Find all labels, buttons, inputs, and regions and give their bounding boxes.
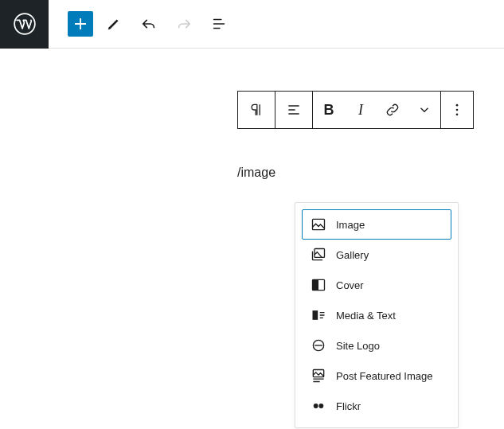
suggestion-label: Site Logo bbox=[336, 340, 380, 352]
title-area: Add title B I bbox=[237, 96, 504, 129]
suggestion-label: Gallery bbox=[336, 249, 369, 261]
more-options-icon[interactable] bbox=[441, 92, 473, 128]
block-suggestions-popover: Image Gallery Cover Media & Text Site Lo… bbox=[295, 202, 459, 428]
suggestion-flickr[interactable]: Flickr bbox=[302, 391, 451, 421]
cover-icon bbox=[311, 277, 326, 293]
align-icon[interactable] bbox=[275, 92, 312, 128]
image-icon bbox=[311, 216, 326, 232]
featured-image-icon bbox=[311, 368, 326, 384]
suggestion-gallery[interactable]: Gallery bbox=[302, 240, 451, 270]
suggestion-label: Image bbox=[336, 219, 365, 231]
chevron-down-icon[interactable] bbox=[408, 92, 440, 128]
wordpress-logo[interactable] bbox=[0, 0, 49, 49]
svg-point-3 bbox=[456, 114, 459, 116]
undo-icon[interactable] bbox=[135, 10, 163, 38]
suggestion-cover[interactable]: Cover bbox=[302, 270, 451, 300]
italic-button[interactable]: I bbox=[345, 92, 377, 128]
suggestion-image[interactable]: Image bbox=[302, 209, 451, 240]
suggestion-media-text[interactable]: Media & Text bbox=[302, 300, 451, 330]
editor-canvas: Add title B I bbox=[0, 49, 504, 180]
document-outline-icon[interactable] bbox=[205, 10, 233, 38]
top-toolbar bbox=[0, 0, 504, 49]
svg-rect-7 bbox=[313, 279, 319, 290]
edit-icon[interactable] bbox=[100, 10, 128, 38]
svg-point-1 bbox=[456, 104, 459, 107]
suggestion-label: Media & Text bbox=[336, 310, 396, 322]
block-toolbar: B I bbox=[237, 91, 474, 129]
suggestion-label: Post Featured Image bbox=[336, 370, 432, 382]
svg-rect-8 bbox=[313, 310, 318, 320]
flickr-icon bbox=[311, 398, 326, 414]
suggestion-site-logo[interactable]: Site Logo bbox=[302, 330, 451, 361]
suggestion-label: Cover bbox=[336, 279, 364, 291]
toolbar-group bbox=[49, 10, 233, 38]
gallery-icon bbox=[311, 247, 326, 263]
paragraph-icon[interactable] bbox=[238, 92, 275, 128]
suggestion-label: Flickr bbox=[336, 400, 361, 412]
svg-point-2 bbox=[456, 109, 459, 111]
svg-point-12 bbox=[318, 404, 323, 408]
media-text-icon bbox=[311, 307, 326, 323]
svg-rect-4 bbox=[313, 219, 325, 229]
svg-point-11 bbox=[314, 404, 318, 408]
add-block-button[interactable] bbox=[68, 11, 93, 37]
link-icon[interactable] bbox=[377, 92, 408, 128]
bold-button[interactable]: B bbox=[313, 92, 345, 128]
site-logo-icon bbox=[311, 337, 326, 353]
redo-icon bbox=[170, 10, 198, 38]
suggestion-featured-image[interactable]: Post Featured Image bbox=[302, 361, 451, 391]
paragraph-block-input[interactable]: /image bbox=[237, 166, 504, 180]
svg-point-0 bbox=[14, 14, 35, 34]
